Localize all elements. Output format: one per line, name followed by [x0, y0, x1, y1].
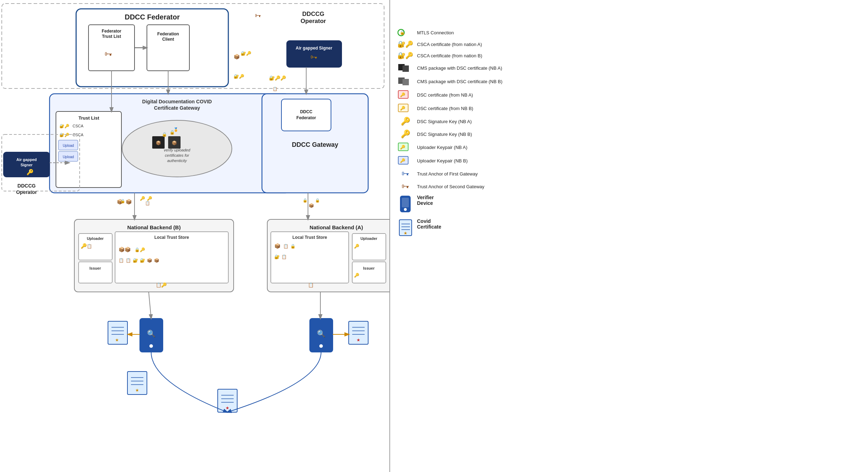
csca-yellow-icon: 🔐🔑 — [396, 52, 414, 59]
federation-client-label2: Client — [162, 37, 174, 42]
dsc-nbb-icon: 🔑 — [396, 103, 414, 113]
verifier-phone-a-button — [319, 344, 323, 348]
verify-text2: certificates for — [165, 153, 190, 157]
svg-text:🔑: 🔑 — [400, 158, 405, 163]
svg-text:★: ★ — [403, 231, 407, 236]
cert-badge: 🏅 — [173, 127, 178, 132]
cert-star2: ★ — [135, 388, 139, 393]
legend-dsc-nbb-text: DSC certificate (from NB B) — [417, 106, 473, 111]
top-key-brown: 🗝 — [255, 12, 261, 19]
dsc-sig-yellow-icon: 🔑 — [396, 129, 414, 139]
nb-b-uploader-key: 🔑 — [81, 243, 87, 249]
nb-b-lts-box1: 📦 — [147, 258, 152, 263]
nb-b-title: National Backend (B) — [127, 224, 181, 230]
nb-a-lts-box1: 📦 — [274, 243, 281, 249]
nb-b-lts-csca-yellow: 🔐 — [140, 258, 145, 263]
csca-yellow-icon-glyph: 🔐🔑 — [398, 52, 413, 59]
dsc-sig-yellow-glyph: 🔑 — [401, 129, 410, 139]
nb-b-uploader-cert: 📋 — [87, 243, 92, 249]
ddcc-federator-title: DDCC Federator — [125, 13, 180, 21]
cms-icon1: 📦 — [156, 140, 161, 145]
cms-nb-b-key-yellow: 🔑 — [140, 196, 145, 201]
csca-label1: CSCA — [73, 124, 84, 128]
trust-list-label: Trust List — [79, 115, 99, 121]
lock-badge1: 🔒 — [162, 132, 167, 137]
nb-b-lts-key-red: 🔑 — [140, 247, 145, 252]
nb-a-uploader-key: 🔑 — [354, 243, 359, 249]
cms-fed-client1: 📦 — [234, 54, 240, 60]
verify-text1: verify uploaded — [164, 148, 190, 152]
legend-uploader-nbb: 🔑 Uploader Keypair (NB B) — [396, 156, 510, 166]
air-gapped-signer-right-label: Air gapped Signer — [296, 46, 332, 51]
diagram-svg: DDCC Federator Federator Trust List 🗝 Fe… — [0, 0, 389, 472]
federation-client-label: Federation — [157, 31, 179, 36]
nb-b-lts-icon1: 📦📦 — [119, 247, 131, 253]
legend-verifier-text2: Device — [417, 200, 434, 206]
legend-dsc-sig-red: 🔑 DSC Signature Key (NB A) — [396, 117, 510, 126]
csca-red-icon-glyph: 🔐🔑 — [398, 40, 413, 48]
nb-a-local-trust-store-label: Local Trust Store — [292, 235, 327, 240]
nb-b-lts-doc-red: 📋 — [119, 258, 124, 263]
upload1-label: Upload — [63, 144, 74, 148]
federator-trust-list-label: Federator — [102, 29, 121, 34]
legend-uploader-nba-text: Uploader Keypair (NB A) — [417, 145, 467, 150]
dsc-sig-red-glyph: 🔑 — [401, 117, 410, 126]
legend-verifier-text: Verifier — [417, 195, 434, 200]
nb-a-issuer-key: 🔑 — [354, 272, 359, 278]
legend-covid-cert-text1: Covid — [417, 218, 441, 224]
legend-csca-yellow: 🔐🔑 CSCA certificate (from nation B) — [396, 52, 510, 59]
cms-fed-client-key-red: 🔐🔑 — [241, 51, 251, 56]
legend-dsc-nba: 🔑 DSC certificate (from NB A) — [396, 90, 510, 100]
legend-dsc-sig-red-text: DSC Signature Key (NB A) — [417, 119, 472, 124]
legend-trust-anchor-first-text: Trust Anchor of First Gateway — [417, 171, 478, 177]
legend-dsc-nbb: 🔑 DSC certificate (from NB B) — [396, 103, 510, 113]
ddcc-federator-right-label2: Federator — [296, 115, 316, 120]
ddcc-federator-right-label1: DDCC — [300, 109, 313, 114]
svg-text:🔑: 🔑 — [400, 105, 405, 111]
cert-star1: ★ — [115, 338, 119, 343]
legend-cms-nba: CMS package with DSC certificate (NB A) — [396, 63, 510, 73]
svg-rect-3 — [402, 65, 409, 72]
legend-csca-red-text: CSCA certificate (from nation A) — [417, 42, 482, 47]
nb-b-to-phone-arrow — [149, 292, 151, 318]
cert-a-star: ★ — [356, 338, 360, 343]
mtls-icon: 🔒 — [396, 28, 414, 37]
ddcc-gateway-title: DDCC Gateway — [292, 141, 338, 148]
csca-green-right: 📋 — [273, 86, 278, 91]
cms-nbb-icon — [396, 76, 414, 86]
verifier-phone-b-button — [149, 344, 153, 348]
nb-b-lts-box2: 📦 — [154, 258, 159, 263]
trust-anchor-second-icon: 🗝 — [396, 182, 414, 191]
nb-b-uploader-label: Uploader — [87, 236, 104, 241]
nb-b-lts-doc-yellow: 📋 — [126, 258, 131, 263]
cert-c-star: ★ — [225, 405, 229, 410]
legend-cms-nbb: CMS package with DSC certificate (NB B) — [396, 76, 510, 86]
svg-text:🔒: 🔒 — [400, 30, 405, 35]
legend-dsc-sig-yellow-text: DSC Signature Key (NB B) — [417, 132, 472, 137]
air-gapped-signer-right-key: 🗝 — [310, 53, 318, 61]
cms-nb-a-icon: 📦 — [309, 203, 314, 208]
cert-gateway-title1: Digital Documentation COVID — [142, 99, 212, 104]
nb-a-lts-cert-red: 📋 — [283, 243, 289, 249]
svg-text:🔑: 🔑 — [400, 144, 405, 150]
nb-b-issuer-box — [79, 262, 112, 283]
verify-text3: authenticity — [167, 159, 187, 163]
ddcc-federator-right-box — [281, 99, 331, 131]
trust-anchor-first-glyph: 🗝 — [401, 169, 409, 178]
verifier-device-icon — [396, 195, 414, 215]
federator-trust-list-label2: Trust List — [102, 34, 121, 39]
legend-covid-cert-text2: Certificate — [417, 224, 441, 230]
cms-nb-b-icon2: 📦 — [126, 199, 132, 205]
nb-b-lts-csca-red: 🔐 — [133, 258, 138, 263]
ddccg-operator-right-label2: Operator — [301, 18, 326, 24]
csca-red-right: 🔐🔑🔑 — [269, 75, 286, 81]
nb-a-lts-csca: 🔐 — [274, 254, 280, 259]
legend-csca-red: 🔐🔑 CSCA certificate (from nation A) — [396, 40, 510, 48]
nb-b-lts-lock: 🔒 — [135, 247, 140, 252]
legend-trust-anchor-second: 🗝 Trust Anchor of Second Gateway — [396, 182, 510, 191]
svg-rect-16 — [402, 198, 409, 207]
legend-csca-yellow-text: CSCA certificate (from nation B) — [417, 53, 482, 58]
svg-rect-5 — [402, 79, 409, 85]
nb-a-lts-doc: 📋 — [281, 254, 287, 259]
legend-verifier: Verifier Device — [396, 195, 510, 215]
